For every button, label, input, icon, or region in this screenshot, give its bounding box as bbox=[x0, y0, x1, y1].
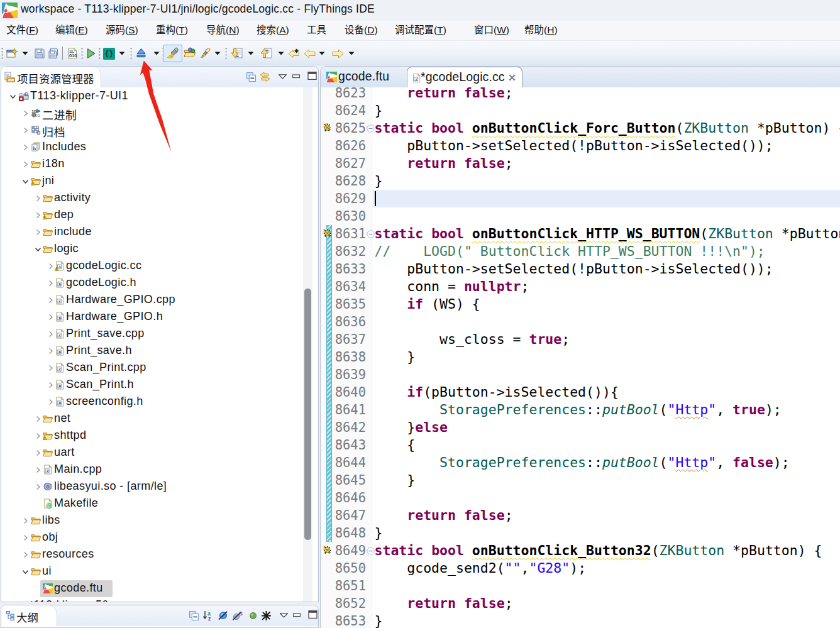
close-icon[interactable] bbox=[508, 74, 516, 82]
hide-non-public-icon[interactable] bbox=[248, 610, 258, 621]
chevron-down-icon[interactable] bbox=[8, 92, 18, 101]
tree-item-includes[interactable]: hIncludes bbox=[1, 139, 318, 156]
editor-tab-active[interactable]: .c *gcodeLogic.cc bbox=[407, 67, 522, 87]
hide-inactive-icon[interactable] bbox=[261, 610, 272, 621]
menu-tools[interactable]: 工具 bbox=[298, 21, 335, 40]
tree-item-t113-klipper-7-ui1[interactable]: CT113-klipper-7-UI1 bbox=[1, 88, 318, 105]
maximize-icon[interactable] bbox=[307, 610, 318, 619]
tree-item-dep[interactable]: dep bbox=[1, 207, 318, 224]
project-explorer-tab[interactable]: 项目资源管理器 bbox=[1, 67, 101, 87]
menu-refactor[interactable]: 重构(T) bbox=[147, 21, 197, 40]
fold-minus-icon[interactable] bbox=[367, 230, 375, 238]
tree-item-shttpd[interactable]: shttpd bbox=[1, 427, 318, 444]
binary-file-icon[interactable]: 010 bbox=[67, 48, 78, 59]
chevron-right-icon[interactable] bbox=[46, 380, 55, 390]
minimize-icon[interactable] bbox=[293, 613, 301, 617]
tree-item-jni[interactable]: jni bbox=[1, 173, 318, 190]
maximize-icon[interactable] bbox=[307, 72, 318, 80]
menu-edit[interactable]: 编辑(E) bbox=[47, 21, 97, 40]
menu-navigate[interactable]: 导航(N) bbox=[197, 21, 248, 40]
chevron-down-icon[interactable] bbox=[21, 567, 30, 576]
forward-dropdown-icon[interactable] bbox=[348, 52, 355, 55]
next-annotation-icon[interactable] bbox=[230, 48, 243, 59]
menu-source[interactable]: 源码(S) bbox=[97, 21, 147, 40]
back-icon[interactable] bbox=[304, 49, 316, 58]
flash-download-icon[interactable] bbox=[136, 48, 146, 58]
chevron-right-icon[interactable] bbox=[21, 126, 30, 135]
tree-item-makefile[interactable]: Makefile bbox=[1, 495, 318, 512]
tree-item-gcode-ftu[interactable]: gcode.ftu bbox=[1, 580, 318, 597]
tree-item-activity[interactable]: activity bbox=[1, 190, 318, 207]
menu-file[interactable]: 文件(F) bbox=[0, 21, 47, 40]
last-edit-icon[interactable] bbox=[288, 48, 300, 58]
hide-static-icon[interactable]: S bbox=[232, 610, 243, 621]
chevron-down-icon[interactable] bbox=[33, 245, 43, 254]
pen-icon[interactable] bbox=[200, 48, 211, 58]
new-wizard-icon[interactable] bbox=[6, 48, 18, 59]
tree-item-screenconfig-h[interactable]: .hscreenconfig.h bbox=[1, 394, 318, 410]
chevron-right-icon[interactable] bbox=[46, 278, 55, 288]
warning-bug-icon[interactable] bbox=[322, 545, 333, 556]
chevron-right-icon[interactable] bbox=[21, 160, 30, 169]
prev-annotation-dropdown-icon[interactable] bbox=[278, 52, 284, 55]
chevron-right-icon[interactable] bbox=[46, 312, 55, 322]
chevron-right-icon[interactable] bbox=[33, 448, 43, 458]
chevron-right-icon[interactable] bbox=[33, 431, 43, 441]
new-wizard-dropdown-icon[interactable] bbox=[22, 52, 28, 55]
build-ui-dropdown-icon[interactable] bbox=[119, 52, 125, 55]
chevron-right-icon[interactable] bbox=[46, 295, 55, 305]
run-icon[interactable] bbox=[86, 48, 96, 59]
forward-icon[interactable] bbox=[332, 49, 344, 58]
hide-fields-icon[interactable] bbox=[218, 610, 228, 621]
tree-item-ui[interactable]: ui bbox=[1, 563, 318, 580]
chevron-right-icon[interactable] bbox=[46, 363, 55, 373]
flash-download-dropdown-icon[interactable] bbox=[153, 52, 160, 55]
tree-item-gcodelogic-h[interactable]: .hgcodeLogic.h bbox=[1, 275, 318, 292]
tree-item-print-save-h[interactable]: .hPrint_save.h bbox=[1, 343, 318, 360]
tree-item-i18n[interactable]: i18n bbox=[1, 156, 318, 173]
prev-annotation-icon[interactable] bbox=[260, 48, 272, 59]
tree-item-scan-print-cpp[interactable]: .cScan_Print.cpp bbox=[1, 360, 318, 377]
tree-item-include[interactable]: include bbox=[1, 224, 318, 241]
chevron-right-icon[interactable] bbox=[46, 329, 55, 339]
warning-bug-icon[interactable] bbox=[322, 123, 333, 133]
sort-icon[interactable]: az bbox=[202, 610, 213, 621]
chevron-right-icon[interactable] bbox=[46, 346, 55, 356]
outline-tab[interactable]: 大纲 bbox=[1, 605, 57, 626]
save-all-icon[interactable] bbox=[48, 48, 59, 59]
tree-scrollbar-thumb[interactable] bbox=[304, 289, 311, 540]
tree-item-uart[interactable]: uart bbox=[1, 444, 318, 461]
fold-minus-icon[interactable] bbox=[367, 547, 375, 555]
tree-item-scan-print-h[interactable]: .hScan_Print.h bbox=[1, 377, 318, 394]
tree-item-libeasyui-so-arm-le[interactable]: libeasyui.so - [arm/le] bbox=[1, 478, 318, 495]
next-annotation-dropdown-icon[interactable] bbox=[248, 52, 254, 55]
menu-device[interactable]: 设备(D) bbox=[336, 21, 387, 40]
tree-item-logic[interactable]: logic bbox=[1, 241, 318, 258]
tree-item-net[interactable]: net bbox=[1, 410, 318, 427]
tree-item-t113-klipper-50[interactable]: Ct113-klipper-50 bbox=[1, 597, 318, 602]
tree-item-gcodelogic-cc[interactable]: .cgcodeLogic.cc bbox=[1, 258, 318, 275]
code-editor[interactable]: 8623 return false;8624}8625static bool o… bbox=[321, 87, 840, 628]
chevron-right-icon[interactable] bbox=[21, 109, 30, 118]
chevron-right-icon[interactable] bbox=[33, 465, 43, 475]
menu-debug-config[interactable]: 调试配置(T) bbox=[386, 21, 455, 40]
chevron-right-icon[interactable] bbox=[46, 397, 55, 407]
back-dropdown-icon[interactable] bbox=[319, 52, 325, 55]
chevron-right-icon[interactable] bbox=[21, 533, 30, 543]
chevron-right-icon[interactable] bbox=[33, 482, 43, 492]
tree-item-[interactable]: 1001二进制 bbox=[1, 105, 318, 122]
tree-scrollbar[interactable] bbox=[303, 87, 312, 602]
menu-help[interactable]: 帮助(H) bbox=[516, 21, 566, 40]
chevron-right-icon[interactable] bbox=[21, 143, 30, 152]
collapse-all-icon[interactable] bbox=[246, 72, 257, 82]
view-menu-icon[interactable] bbox=[279, 74, 287, 79]
save-icon[interactable] bbox=[34, 48, 45, 59]
chevron-right-icon[interactable] bbox=[21, 516, 30, 526]
editor-tab[interactable]: gcode.ftu bbox=[324, 67, 406, 87]
collapse-all-icon[interactable] bbox=[189, 610, 199, 621]
tree-item-resources[interactable]: resources bbox=[1, 546, 318, 563]
chevron-right-icon[interactable] bbox=[33, 228, 43, 237]
chevron-right-icon[interactable] bbox=[33, 194, 43, 203]
chevron-down-icon[interactable] bbox=[21, 177, 30, 186]
tree-item-print-save-cpp[interactable]: .cPrint_save.cpp bbox=[1, 326, 318, 343]
